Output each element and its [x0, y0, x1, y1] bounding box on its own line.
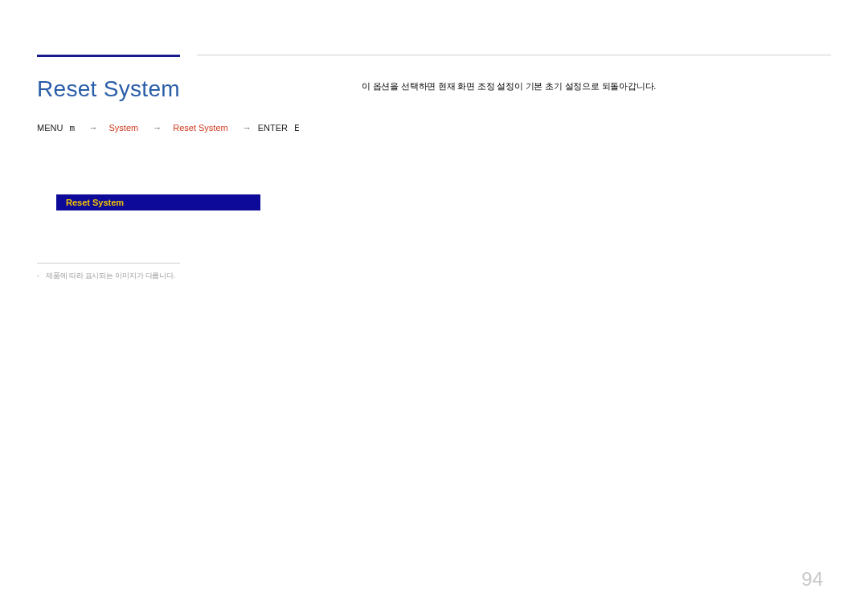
page-number: 94 — [801, 568, 823, 591]
breadcrumb-menu-label: MENU — [37, 123, 63, 133]
breadcrumb-arrow-1: → — [89, 123, 98, 133]
breadcrumb-arrow-2: → — [153, 123, 162, 133]
breadcrumb-reset-system: Reset System — [173, 123, 227, 133]
menu-icon: m — [69, 123, 74, 133]
footnote-text: 제품에 따라 표시되는 이미지가 다릅니다. — [46, 272, 175, 281]
menu-preview-selected-label: Reset System — [66, 198, 124, 207]
breadcrumb: MENU m → System → Reset System → ENTER E — [37, 123, 299, 133]
breadcrumb-enter-label: ENTER — [258, 123, 288, 133]
page-title: Reset System — [37, 76, 180, 102]
description-text: 이 옵션을 선택하면 현재 화면 조정 설정이 기본 초기 설정으로 되돌아갑니… — [362, 80, 656, 92]
breadcrumb-arrow-3: → — [243, 123, 252, 133]
footnote-separator — [37, 263, 180, 264]
enter-icon: E — [294, 123, 299, 133]
header-rule — [197, 55, 831, 55]
accent-rule — [37, 55, 180, 57]
breadcrumb-system: System — [109, 123, 139, 133]
footnote-dash: - — [37, 272, 39, 281]
menu-preview-selected-row: Reset System — [56, 194, 260, 210]
footnote: - 제품에 따라 표시되는 이미지가 다릅니다. — [37, 272, 175, 281]
